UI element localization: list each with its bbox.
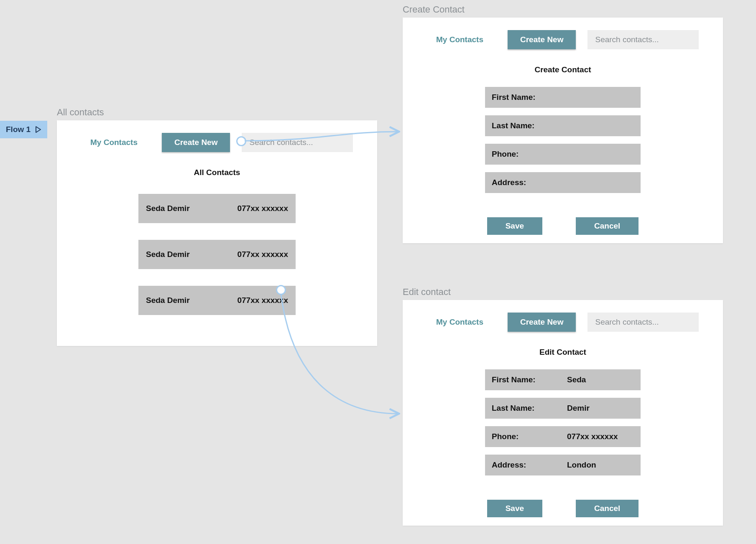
field-value: 077xx xxxxxx (567, 432, 618, 441)
cancel-button[interactable]: Cancel (576, 500, 639, 517)
flow-node[interactable] (236, 136, 246, 146)
contact-name: Seda Demir (146, 204, 190, 213)
create-contact-heading: Create Contact (403, 65, 723, 74)
contact-row[interactable]: Seda Demir 077xx xxxxxx (138, 240, 296, 269)
flow-tag-label: Flow 1 (6, 125, 31, 134)
play-icon (35, 126, 41, 133)
all-contacts-heading: All Contacts (57, 168, 377, 177)
create-new-button[interactable]: Create New (508, 30, 576, 49)
field-label: Address: (492, 460, 567, 470)
search-input[interactable]: Search contacts... (587, 30, 699, 49)
flow-tag[interactable]: Flow 1 (0, 121, 47, 138)
topbar: My Contacts Create New Search contacts..… (57, 120, 377, 156)
search-input[interactable]: Search contacts... (242, 133, 353, 152)
last-name-field[interactable]: Last Name: Demir (485, 398, 641, 419)
frame-create-contact: My Contacts Create New Search contacts..… (403, 18, 723, 243)
create-new-button[interactable]: Create New (508, 313, 576, 332)
field-value: Demir (567, 404, 590, 413)
edit-contact-heading: Edit Contact (403, 348, 723, 357)
field-label: Last Name: (492, 121, 567, 130)
contact-name: Seda Demir (146, 250, 190, 259)
save-button[interactable]: Save (487, 217, 542, 235)
form-buttons: Save Cancel (487, 500, 639, 517)
edit-form: First Name: Seda Last Name: Demir Phone:… (403, 369, 723, 517)
brand-link[interactable]: My Contacts (436, 318, 483, 327)
address-field[interactable]: Address: (485, 172, 641, 193)
svg-marker-0 (36, 127, 41, 132)
cancel-button[interactable]: Cancel (576, 217, 639, 235)
contact-row[interactable]: Seda Demir 077xx xxxxxx (138, 194, 296, 223)
contact-name: Seda Demir (146, 296, 190, 305)
save-button[interactable]: Save (487, 500, 542, 517)
topbar: My Contacts Create New Search contacts..… (403, 18, 723, 53)
field-label: Address: (492, 178, 567, 187)
field-label: Last Name: (492, 404, 567, 413)
last-name-field[interactable]: Last Name: (485, 115, 641, 136)
first-name-field[interactable]: First Name: (485, 87, 641, 108)
frame-title-all: All contacts (57, 107, 104, 118)
brand-link[interactable]: My Contacts (90, 138, 138, 147)
address-field[interactable]: Address: London (485, 455, 641, 475)
field-label: Phone: (492, 432, 567, 441)
frame-title-edit: Edit contact (403, 287, 451, 297)
topbar: My Contacts Create New Search contacts..… (403, 300, 723, 336)
create-form: First Name: Last Name: Phone: Address: S… (403, 87, 723, 235)
flow-node[interactable] (276, 285, 286, 295)
field-label: First Name: (492, 375, 567, 384)
search-input[interactable]: Search contacts... (587, 313, 699, 332)
contact-phone: 077xx xxxxxx (237, 296, 288, 305)
field-value: London (567, 460, 596, 470)
frame-edit-contact: My Contacts Create New Search contacts..… (403, 300, 723, 526)
brand-link[interactable]: My Contacts (436, 35, 483, 44)
contact-phone: 077xx xxxxxx (237, 204, 288, 213)
field-label: First Name: (492, 93, 567, 102)
frame-all-contacts: My Contacts Create New Search contacts..… (57, 120, 377, 346)
field-label: Phone: (492, 150, 567, 159)
form-buttons: Save Cancel (487, 217, 639, 235)
contact-row[interactable]: Seda Demir 077xx xxxxxx (138, 286, 296, 315)
contact-list: Seda Demir 077xx xxxxxx Seda Demir 077xx… (57, 194, 377, 315)
field-value: Seda (567, 375, 586, 384)
create-new-button[interactable]: Create New (162, 133, 230, 152)
frame-title-create: Create Contact (403, 4, 465, 15)
phone-field[interactable]: Phone: (485, 144, 641, 165)
phone-field[interactable]: Phone: 077xx xxxxxx (485, 426, 641, 447)
contact-phone: 077xx xxxxxx (237, 250, 288, 259)
first-name-field[interactable]: First Name: Seda (485, 369, 641, 390)
